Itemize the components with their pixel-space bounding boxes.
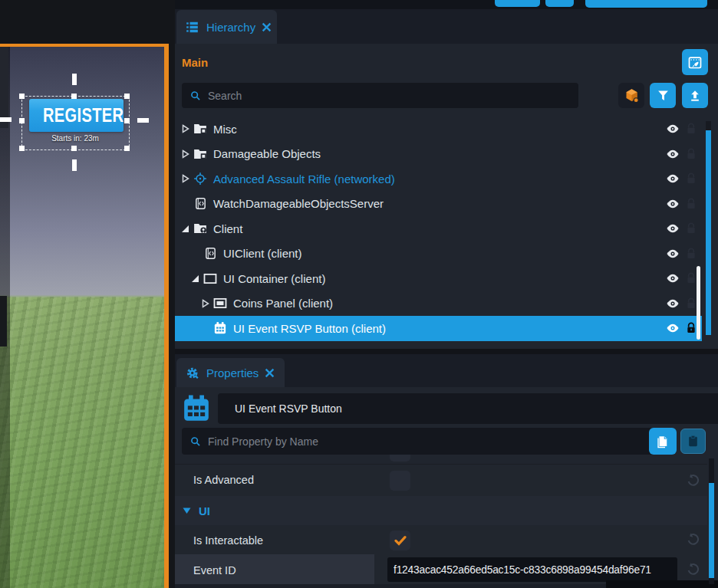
tree-item-label[interactable]: Coins Panel (client) bbox=[233, 297, 333, 310]
tree-item-label[interactable]: UI Event RSVP Button (client) bbox=[233, 322, 386, 335]
eye-icon[interactable] bbox=[666, 123, 680, 135]
game-viewport[interactable]: REGISTER Starts in: 23m bbox=[0, 44, 169, 588]
filter-button[interactable] bbox=[650, 83, 676, 108]
tree-row-watchdamageableobjectsserver[interactable]: WatchDamageableObjectsServer bbox=[175, 192, 718, 217]
close-icon[interactable] bbox=[265, 368, 275, 378]
toolbar-button-fragment-3[interactable] bbox=[585, 0, 707, 8]
toolbar-button-fragment-2[interactable] bbox=[545, 0, 574, 7]
paste-properties-button[interactable] bbox=[680, 429, 706, 454]
tree-row-advanced-assault-rifle[interactable]: Advanced Assault Rifle (networked) bbox=[175, 166, 718, 192]
tree-row-uiclient[interactable]: UIClient (client) bbox=[175, 241, 718, 267]
properties-scrollbar-thumb[interactable] bbox=[709, 483, 714, 578]
register-button[interactable]: REGISTER bbox=[29, 99, 124, 132]
handle-bl[interactable] bbox=[19, 146, 25, 151]
find-property-input[interactable] bbox=[208, 435, 651, 448]
asset-cube-button[interactable] bbox=[618, 83, 644, 108]
publish-upload-button[interactable] bbox=[682, 83, 708, 108]
search-icon bbox=[189, 435, 202, 448]
lock-icon[interactable] bbox=[686, 148, 697, 160]
eye-icon[interactable] bbox=[666, 198, 680, 210]
event-calendar-button[interactable] bbox=[682, 49, 708, 75]
reset-icon[interactable] bbox=[686, 562, 700, 577]
viewport-border-right bbox=[164, 44, 169, 588]
lock-icon[interactable] bbox=[686, 172, 697, 185]
script-icon bbox=[203, 247, 218, 260]
object-name-field[interactable] bbox=[218, 393, 718, 424]
hierarchy-search-input[interactable] bbox=[208, 90, 571, 102]
tree-inner-scrollbar[interactable] bbox=[697, 266, 700, 340]
tab-properties[interactable]: Properties bbox=[176, 358, 285, 387]
cube-icon bbox=[624, 87, 640, 103]
hierarchy-icon bbox=[186, 20, 200, 34]
eye-icon[interactable] bbox=[666, 322, 680, 334]
eye-icon[interactable] bbox=[666, 272, 680, 284]
folder-icon bbox=[193, 222, 208, 235]
search-icon bbox=[189, 90, 202, 102]
lock-icon[interactable] bbox=[686, 222, 697, 235]
is-advanced-checkbox[interactable] bbox=[390, 471, 410, 491]
expand-collapsed-icon[interactable] bbox=[199, 299, 211, 308]
handle-tr[interactable] bbox=[124, 94, 130, 99]
hierarchy-tree: Misc Damageable Objects Advanced Assault… bbox=[175, 117, 718, 341]
eye-icon[interactable] bbox=[666, 297, 680, 310]
tab-hierarchy-label: Hierarchy bbox=[206, 21, 255, 34]
lock-icon[interactable] bbox=[686, 123, 697, 135]
handle-tc[interactable] bbox=[71, 94, 77, 99]
expand-expanded-icon[interactable] bbox=[180, 225, 191, 233]
folder-icon bbox=[193, 148, 208, 160]
tree-row-damageable-objects[interactable]: Damageable Objects bbox=[175, 142, 718, 167]
tree-row-coins-panel[interactable]: Coins Panel (client) bbox=[175, 291, 718, 317]
tree-item-label[interactable]: WatchDamageableObjectsServer bbox=[213, 197, 384, 210]
handle-ml[interactable] bbox=[19, 118, 25, 123]
tree-item-label[interactable]: Damageable Objects bbox=[213, 147, 321, 160]
eye-icon[interactable] bbox=[666, 148, 680, 160]
anchor-tick-bottom bbox=[72, 159, 77, 171]
eye-icon[interactable] bbox=[666, 222, 680, 235]
lock-icon[interactable] bbox=[686, 297, 697, 310]
tree-row-client[interactable]: Client bbox=[175, 216, 718, 241]
tree-item-label[interactable]: Advanced Assault Rifle (networked) bbox=[213, 172, 395, 186]
tree-row-ui-container[interactable]: UI Container (client) bbox=[175, 266, 718, 291]
toolbar-button-fragment-1[interactable] bbox=[495, 0, 540, 7]
tree-item-label[interactable]: UI Container (client) bbox=[223, 272, 325, 285]
upload-icon bbox=[688, 89, 702, 103]
handle-bc[interactable] bbox=[71, 146, 77, 151]
lock-icon[interactable] bbox=[686, 248, 697, 260]
tree-row-ui-event-rsvp-button[interactable]: UI Event RSVP Button (client) bbox=[175, 316, 702, 341]
eye-icon[interactable] bbox=[666, 248, 680, 260]
handle-br[interactable] bbox=[124, 146, 130, 151]
hierarchy-scrollbar-track[interactable] bbox=[706, 121, 711, 130]
lock-icon[interactable] bbox=[686, 198, 697, 210]
handle-tl[interactable] bbox=[19, 94, 25, 99]
reset-icon[interactable] bbox=[686, 532, 700, 547]
is-advanced-label: Is Advanced bbox=[193, 474, 254, 486]
handle-mr[interactable] bbox=[124, 118, 130, 123]
eye-icon[interactable] bbox=[666, 172, 680, 185]
expand-expanded-icon[interactable] bbox=[189, 274, 201, 283]
grass-terrain bbox=[0, 297, 164, 588]
copy-properties-button[interactable] bbox=[649, 428, 677, 455]
is-interactable-checkbox[interactable] bbox=[390, 531, 410, 550]
scene-render[interactable]: REGISTER Starts in: 23m bbox=[0, 47, 164, 588]
script-icon bbox=[193, 197, 208, 210]
expand-collapsed-icon[interactable] bbox=[180, 174, 191, 183]
tab-hierarchy[interactable]: Hierarchy bbox=[176, 10, 277, 44]
lock-icon[interactable] bbox=[686, 272, 697, 284]
section-ui-label: UI bbox=[199, 504, 210, 517]
scene-name[interactable]: Main bbox=[182, 56, 208, 69]
lock-icon[interactable] bbox=[686, 322, 697, 334]
tree-row-misc[interactable]: Misc bbox=[175, 117, 718, 142]
close-icon[interactable] bbox=[262, 22, 272, 32]
tree-item-label[interactable]: UIClient (client) bbox=[223, 247, 302, 260]
expand-collapsed-icon[interactable] bbox=[180, 124, 191, 133]
expand-collapsed-icon[interactable] bbox=[180, 149, 191, 159]
tree-item-label[interactable]: Client bbox=[213, 222, 242, 235]
hierarchy-scrollbar-thumb[interactable] bbox=[706, 130, 711, 335]
gear-icon bbox=[186, 366, 200, 380]
event-id-field[interactable] bbox=[387, 557, 677, 582]
viewport-border-top bbox=[0, 44, 169, 47]
section-header-ui[interactable]: UI bbox=[175, 496, 707, 525]
reset-icon[interactable] bbox=[686, 473, 700, 488]
tooltip-fragment bbox=[606, 580, 718, 588]
tree-item-label[interactable]: Misc bbox=[213, 123, 237, 136]
